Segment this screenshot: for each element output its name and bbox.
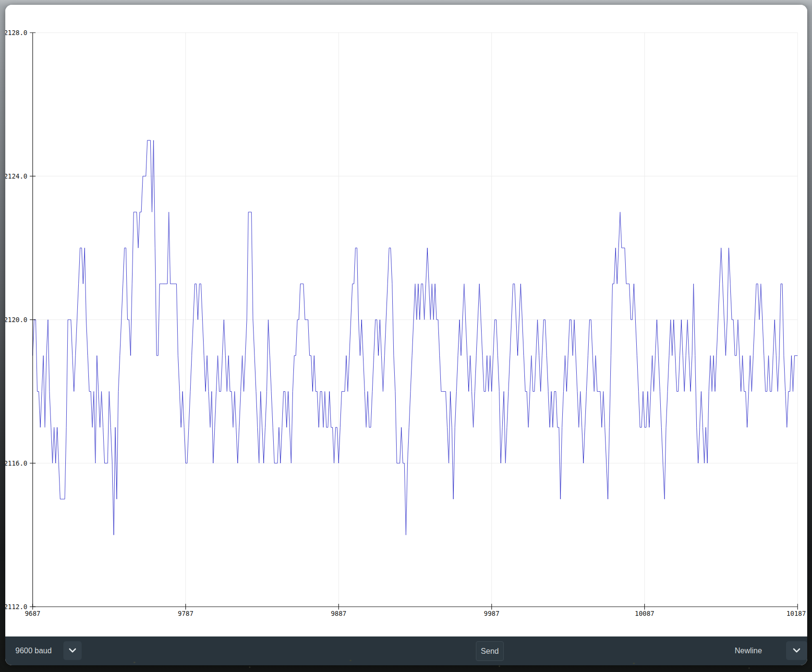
y-axis-tick-label: 2120.0 xyxy=(5,316,27,324)
y-axis-tick-label: 2116.0 xyxy=(5,459,27,467)
y-axis-tick-label: 2128.0 xyxy=(5,29,27,36)
x-axis-tick-label: 9687 xyxy=(25,610,41,617)
x-axis-tick-label: 9887 xyxy=(331,610,347,617)
chart-area: 2112.02116.02120.02124.02128.09687978798… xyxy=(5,5,807,636)
baud-rate-dropdown-button[interactable] xyxy=(63,641,82,660)
x-axis-tick-label: 9987 xyxy=(484,610,500,617)
baud-rate-value: 9600 baud xyxy=(15,636,52,665)
chevron-down-icon xyxy=(793,647,800,654)
line-ending-dropdown-button[interactable] xyxy=(786,641,807,660)
signal-chart: 2112.02116.02120.02124.02128.09687978798… xyxy=(5,5,807,636)
x-axis-tick-label: 9787 xyxy=(178,610,194,617)
signal-line xyxy=(33,140,798,535)
serial-plotter-window: 2112.02116.02120.02124.02128.09687978798… xyxy=(5,5,807,665)
chevron-down-icon xyxy=(69,647,76,654)
line-ending-value: Newline xyxy=(735,636,762,665)
x-axis-tick-label: 10087 xyxy=(635,610,654,617)
y-axis-tick-label: 2112.0 xyxy=(5,603,27,611)
send-button[interactable]: Send xyxy=(476,641,504,661)
x-axis-tick-label: 10187 xyxy=(787,610,806,617)
y-axis-tick-label: 2124.0 xyxy=(5,172,27,180)
bottom-toolbar: 9600 baud Send Newline xyxy=(5,636,807,665)
